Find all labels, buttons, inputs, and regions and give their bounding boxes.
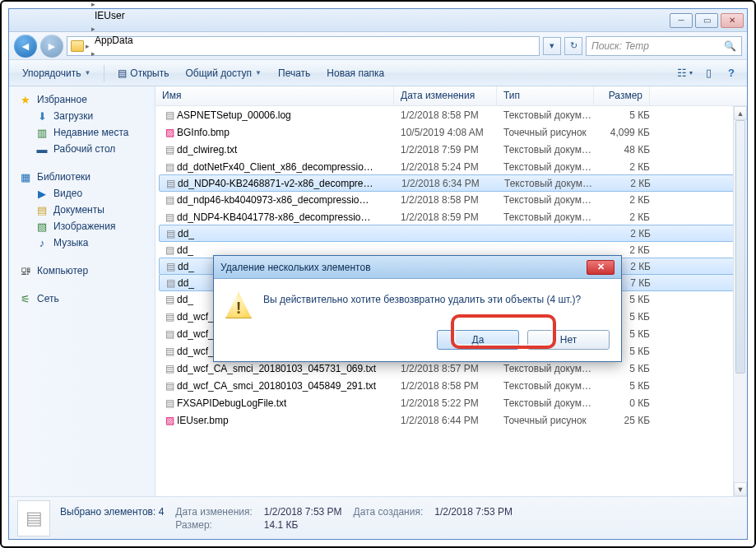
- table-row[interactable]: ▤dd_NDP4-KB4041778-x86_decompressio…1/2/…: [155, 208, 747, 225]
- sidebar: ★Избранное ⬇Загрузки ▥Недавние места ▬Ра…: [9, 86, 155, 496]
- address-bar[interactable]: ▸ Пользователи▸IEUser▸AppData▸Local▸Temp…: [67, 36, 540, 56]
- file-name: ASPNETSetup_00006.log: [177, 109, 401, 121]
- breadcrumb-seg[interactable]: IEUser: [91, 9, 162, 22]
- table-row[interactable]: ▨BGInfo.bmp10/5/2019 4:08 AMТочечный рис…: [155, 123, 747, 141]
- minimize-button[interactable]: ─: [670, 13, 693, 28]
- bitmap-icon: ▨: [162, 127, 177, 138]
- col-type[interactable]: Тип: [497, 86, 594, 105]
- file-date: 1/2/2018 8:58 PM: [401, 194, 503, 206]
- dialog-titlebar[interactable]: Удаление нескольких элементов ✕: [214, 256, 621, 279]
- text-file-icon: ▤: [162, 161, 177, 173]
- network-icon: ⚟: [19, 292, 32, 305]
- search-placeholder: Поиск: Temp: [591, 40, 649, 52]
- dialog-close-button[interactable]: ✕: [587, 260, 615, 275]
- table-row[interactable]: ▤dd_NDP40-KB2468871-v2-x86_decompre…1/2/…: [159, 174, 745, 192]
- back-button[interactable]: ◄: [14, 35, 37, 58]
- view-menu[interactable]: ☷▼: [676, 64, 694, 82]
- col-date[interactable]: Дата изменения: [394, 86, 497, 105]
- table-row[interactable]: ▤dd_ndp46-kb4040973-x86_decompressio…1/2…: [155, 191, 747, 208]
- file-size: 5 КБ: [601, 109, 650, 121]
- vertical-scrollbar[interactable]: ▲ ▼: [733, 106, 747, 496]
- new-folder-button[interactable]: Новая папка: [320, 65, 391, 81]
- search-input[interactable]: Поиск: Temp 🔍: [586, 36, 742, 56]
- file-size: 48 КБ: [601, 144, 650, 156]
- sidebar-libraries[interactable]: ▦Библиотеки: [17, 169, 155, 185]
- chevron-icon[interactable]: ▸: [91, 0, 95, 8]
- file-name: dd_wcf_CA_smci_20180103_045731_069.txt: [177, 363, 401, 374]
- sidebar-recent[interactable]: ▥Недавние места: [17, 124, 155, 141]
- text-file-icon: ▤: [162, 328, 177, 340]
- text-file-icon: ▤: [163, 261, 178, 272]
- file-name: dd_NDP4-KB4041778-x86_decompressio…: [177, 211, 401, 223]
- sidebar-music[interactable]: ♪Музыка: [17, 235, 155, 251]
- scroll-thumb[interactable]: [735, 120, 745, 374]
- yes-button[interactable]: Да: [437, 330, 519, 350]
- table-row[interactable]: ▨IEUser.bmp1/2/2018 6:44 PMТочечный рису…: [155, 411, 747, 429]
- forward-button[interactable]: ►: [40, 35, 63, 58]
- maximize-button[interactable]: ▭: [695, 13, 718, 28]
- history-dropdown[interactable]: ▾: [543, 37, 561, 55]
- file-date: 10/5/2019 4:08 AM: [401, 127, 503, 138]
- sidebar-documents[interactable]: ▤Документы: [17, 202, 155, 218]
- desktop-icon: ▬: [35, 142, 49, 156]
- no-button[interactable]: Нет: [527, 330, 610, 350]
- sidebar-images[interactable]: ▧Изображения: [17, 218, 155, 235]
- file-size: 0 КБ: [601, 397, 650, 409]
- share-menu[interactable]: Общий доступ▼: [179, 65, 268, 81]
- text-file-icon: ▤: [162, 109, 177, 121]
- sidebar-desktop[interactable]: ▬Рабочий стол: [17, 141, 155, 157]
- scroll-down[interactable]: ▼: [734, 482, 747, 496]
- text-file-icon: ▤: [163, 277, 178, 289]
- open-button[interactable]: ▤Открыть: [111, 65, 175, 81]
- table-row[interactable]: ▤ASPNETSetup_00006.log1/2/2018 8:58 PMТе…: [155, 106, 747, 123]
- table-row[interactable]: ▤dd_wcf_CA_smci_20180103_045731_069.txt1…: [155, 360, 747, 377]
- breadcrumb-seg[interactable]: AppData: [91, 34, 162, 47]
- sidebar-video[interactable]: ▶Видео: [17, 185, 155, 202]
- status-bar: ▤ Выбрано элементов: 4 Дата изменения: 1…: [9, 496, 747, 539]
- file-date: 1/2/2018 8:58 PM: [401, 380, 503, 392]
- text-file-icon: ▤: [163, 178, 178, 189]
- help-button[interactable]: ?: [722, 64, 740, 82]
- scroll-up[interactable]: ▲: [734, 106, 747, 120]
- text-file-icon: ▤: [162, 346, 177, 357]
- refresh-button[interactable]: ↻: [564, 37, 582, 55]
- organize-menu[interactable]: Упорядочить▼: [16, 65, 97, 81]
- table-row[interactable]: ▤dd_2 КБ: [159, 225, 745, 242]
- sidebar-network[interactable]: ⚟Сеть: [17, 290, 155, 307]
- file-size: 2 КБ: [601, 211, 650, 223]
- preview-pane-button[interactable]: ▯: [699, 64, 717, 82]
- col-size[interactable]: Размер: [594, 86, 650, 105]
- table-row[interactable]: ▤FXSAPIDebugLogFile.txt1/2/2018 5:22 PMТ…: [155, 394, 747, 411]
- file-size: 2 КБ: [601, 228, 651, 239]
- dialog-message: Вы действительно хотите безвозвратно уда…: [263, 292, 581, 318]
- file-date: 1/2/2018 6:44 PM: [401, 415, 503, 426]
- col-name[interactable]: Имя: [155, 86, 394, 105]
- file-type: Точечный рисунок: [503, 415, 601, 426]
- file-name: IEUser.bmp: [177, 415, 401, 426]
- star-icon: ★: [19, 93, 32, 106]
- close-button[interactable]: ✕: [721, 13, 744, 28]
- table-row[interactable]: ▤dd_wcf_CA_smci_20180103_045849_291.txt1…: [155, 377, 747, 394]
- warning-icon: !: [225, 292, 252, 318]
- table-row[interactable]: ▤dd_clwireg.txt1/2/2018 7:59 PMТекстовый…: [155, 141, 747, 158]
- chevron-icon[interactable]: ▸: [91, 25, 95, 33]
- status-selected: Выбрано элементов: 4: [60, 506, 164, 518]
- file-type: Текстовый докум…: [503, 397, 601, 409]
- video-icon: ▶: [35, 187, 49, 200]
- text-file-icon: ▤: [162, 144, 177, 156]
- file-type: Текстовый докум…: [503, 380, 601, 392]
- chevron-icon[interactable]: ▸: [91, 49, 95, 58]
- file-name: FXSAPIDebugLogFile.txt: [177, 397, 401, 409]
- text-file-icon: ▤: [162, 194, 177, 206]
- file-type: Текстовый докум…: [503, 144, 601, 156]
- sidebar-favorites[interactable]: ★Избранное: [17, 91, 155, 108]
- sidebar-computer[interactable]: 🖳Компьютер: [17, 262, 155, 279]
- file-date: 1/2/2018 6:34 PM: [401, 178, 504, 189]
- chevron-icon[interactable]: ▸: [86, 42, 90, 50]
- recent-icon: ▥: [35, 126, 49, 139]
- sidebar-downloads[interactable]: ⬇Загрузки: [17, 108, 155, 124]
- print-button[interactable]: Печать: [271, 65, 317, 81]
- table-row[interactable]: ▤dd_dotNetFx40_Client_x86_decompressio…1…: [155, 158, 747, 175]
- file-name: dd_wcf_CA_smci_20180103_045849_291.txt: [177, 380, 401, 392]
- file-type-icon: ▤: [17, 500, 50, 536]
